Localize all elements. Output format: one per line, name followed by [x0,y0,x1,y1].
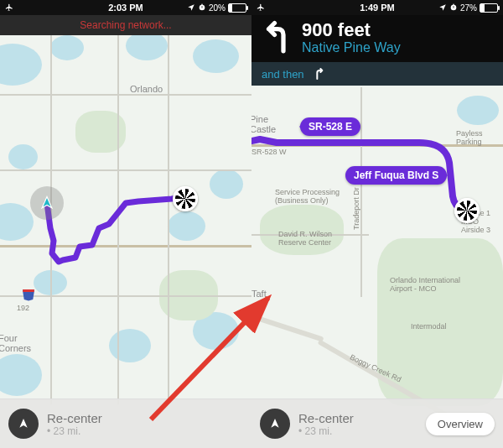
recenter-label: Re-center [47,411,102,425]
recenter-sub: • 23 mi. [47,425,102,437]
destination-marker [454,198,480,223]
nav-street: Native Pine Way [302,40,401,55]
status-time: 2:03 PM [0,3,252,13]
current-location-marker [30,186,64,220]
overview-button[interactable]: Overview [426,413,495,435]
nav-distance: 900 feet [302,20,401,40]
status-bar: 2:03 PM 20% [0,0,252,15]
route-pill-jeff: Jeff Fuqua Blvd S [345,166,447,185]
status-bar: 1:49 PM 27% [252,0,503,15]
status-time: 1:49 PM [252,3,503,13]
recenter-text: Re-center • 23 mi. [298,411,354,437]
recenter-button[interactable] [260,409,290,439]
route-line [252,87,503,448]
turn-left-icon [260,20,295,55]
and-then-bar[interactable]: and then [252,62,503,86]
turn-right-icon [313,67,326,81]
destination-marker [173,186,198,211]
recenter-sub: • 23 mi. [298,425,354,437]
map-left[interactable]: Orlando Four Corners 192 [0,35,252,448]
bottom-bar: Re-center • 23 mi. [0,399,252,448]
route-line [0,35,252,448]
recenter-text: Re-center • 23 mi. [47,411,102,437]
bottom-bar: Re-center • 23 mi. Overview [252,399,503,448]
nav-panel: 900 feet Native Pine Way [252,15,503,62]
route-pill-sr528: SR-528 E [300,117,360,136]
phone-right: 1:49 PM 27% 900 feet Native Pine Way and… [252,0,503,448]
recenter-label: Re-center [298,411,354,425]
map-right[interactable]: Pine Castle SR-528 W Payless Parking Ser… [252,87,503,448]
battery-icon [480,3,498,13]
recenter-button[interactable] [8,409,39,439]
and-then-label: and then [262,68,304,81]
phone-left: 2:03 PM 20% Searching network... [0,0,252,448]
network-search-banner: Searching network... [0,15,252,35]
battery-icon [228,3,246,13]
